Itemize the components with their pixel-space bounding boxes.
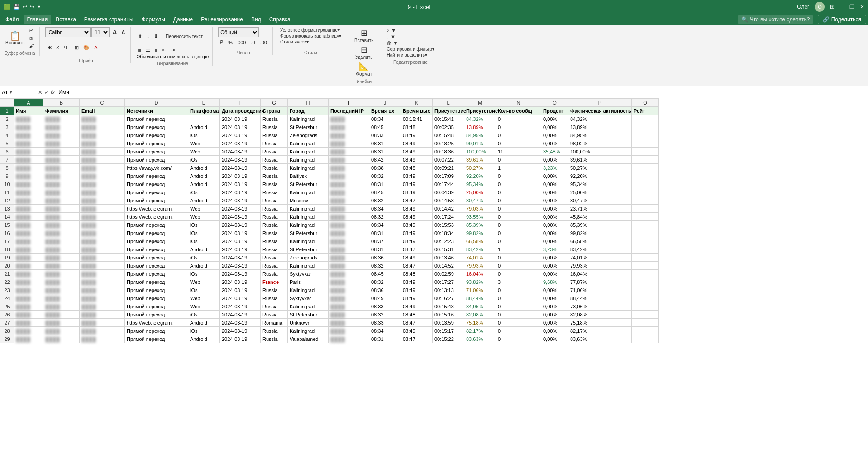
cell-F4[interactable]: 2024-03-19 [220,131,261,139]
cell-J22[interactable]: 08:32 [369,278,401,286]
cell-B7[interactable]: ▓▓▓▓ [43,156,80,164]
cell-I9[interactable]: ▓▓▓▓ [329,172,369,180]
row-header-4[interactable]: 4 [0,131,14,139]
cell-J14[interactable]: 08:32 [369,213,401,221]
cell-J26[interactable]: 08:32 [369,311,401,319]
cell-C12[interactable]: ▓▓▓▓ [80,196,125,205]
cell-G14[interactable]: Russia [261,213,288,221]
cell-P25[interactable]: 73,06% [568,302,632,311]
cell-D23[interactable]: Прямой переход [125,286,188,294]
cell-I24[interactable]: ▓▓▓▓ [329,294,369,302]
cell-P15[interactable]: 85,39% [568,221,632,229]
cell-I23[interactable]: ▓▓▓▓ [329,286,369,294]
row-header-10[interactable]: 10 [0,180,14,188]
cell-N14[interactable]: 0 [496,213,541,221]
cell-L9[interactable]: 00:17:09 [433,172,464,180]
cell-C16[interactable]: ▓▓▓▓ [80,229,125,237]
cell-D27[interactable]: https://web.telegram. [125,319,188,327]
cell-Q14[interactable] [632,213,659,221]
cell-L11[interactable]: 00:04:39 [433,188,464,196]
cell-D4[interactable]: Прямой переход [125,131,188,139]
cell-styles-button[interactable]: Стили ячеек▾ [278,39,343,45]
cell-G4[interactable]: Russia [261,131,288,139]
cell-P28[interactable]: 82,17% [568,327,632,335]
cell-C11[interactable]: ▓▓▓▓ [80,188,125,196]
header-cell-G[interactable]: Страна [261,107,288,115]
cell-B22[interactable]: ▓▓▓▓ [43,278,80,286]
cell-B6[interactable]: ▓▓▓▓ [43,148,80,156]
cell-D16[interactable]: Прямой переход [125,229,188,237]
header-cell-P[interactable]: Фактическая активность [568,107,632,115]
cell-I16[interactable]: ▓▓▓▓ [329,229,369,237]
decrease-indent-button[interactable]: ⇤ [160,47,168,53]
cell-M5[interactable]: 99,01% [464,139,496,148]
quick-access-dropdown[interactable]: ▼ [37,5,41,9]
cell-O8[interactable]: 3,23% [541,164,568,172]
cell-E16[interactable]: iOs [188,229,220,237]
cell-I12[interactable]: ▓▓▓▓ [329,196,369,205]
cell-C18[interactable]: ▓▓▓▓ [80,245,125,254]
fill-color-button[interactable]: 🎨 [81,44,91,51]
cell-P21[interactable]: 16,04% [568,270,632,278]
cell-B27[interactable]: ▓▓▓▓ [43,319,80,327]
cell-H18[interactable]: St Petersbur [288,245,329,254]
cell-I14[interactable]: ▓▓▓▓ [329,213,369,221]
cell-L13[interactable]: 00:14:42 [433,205,464,213]
row-header-23[interactable]: 23 [0,286,14,294]
cell-F29[interactable]: 2024-03-19 [220,335,261,343]
header-cell-E[interactable]: Платформа [188,107,220,115]
cell-M21[interactable]: 16,04% [464,270,496,278]
cell-G25[interactable]: Russia [261,302,288,311]
save-icon[interactable]: 💾 [13,4,20,10]
cell-E6[interactable]: Web [188,148,220,156]
cell-I19[interactable]: ▓▓▓▓ [329,254,369,262]
cell-J21[interactable]: 08:45 [369,270,401,278]
row-header-19[interactable]: 19 [0,254,14,262]
cell-F2[interactable]: 2024-03-19 [220,115,261,123]
cell-O20[interactable]: 0,00% [541,262,568,270]
header-cell-D[interactable]: Источники [125,107,188,115]
cell-N13[interactable]: 0 [496,205,541,213]
header-cell-O[interactable]: Процент [541,107,568,115]
cell-N5[interactable]: 0 [496,139,541,148]
cell-D25[interactable]: Прямой переход [125,302,188,311]
window-layout-icon[interactable]: ⊞ [830,4,835,10]
cell-L21[interactable]: 00:02:59 [433,270,464,278]
cell-J13[interactable]: 08:34 [369,205,401,213]
cell-E13[interactable]: Web [188,205,220,213]
cell-A23[interactable]: ▓▓▓▓ [14,286,43,294]
cell-C13[interactable]: ▓▓▓▓ [80,205,125,213]
col-header-J[interactable]: J [369,99,401,107]
cell-K15[interactable]: 08:49 [401,221,433,229]
cell-H22[interactable]: Paris [288,278,329,286]
cell-J9[interactable]: 08:32 [369,172,401,180]
cell-A5[interactable]: ▓▓▓▓ [14,139,43,148]
cell-F5[interactable]: 2024-03-19 [220,139,261,148]
autosum-button[interactable]: Σ ▼ [385,27,436,34]
cell-P22[interactable]: 77,87% [568,278,632,286]
cell-O24[interactable]: 0,00% [541,294,568,302]
align-center-button[interactable]: ☰ [144,47,152,53]
cell-F13[interactable]: 2024-03-19 [220,205,261,213]
cell-D7[interactable]: Прямой переход [125,156,188,164]
cell-M4[interactable]: 84,95% [464,131,496,139]
number-format-select[interactable]: Общий [218,27,259,37]
cell-H25[interactable]: Kaliningrad [288,302,329,311]
cell-D14[interactable]: https://web.telegram. [125,213,188,221]
cell-H11[interactable]: Kaliningrad [288,188,329,196]
confirm-formula-icon[interactable]: ✓ [44,89,49,96]
cell-G29[interactable]: Russia [261,335,288,343]
cell-F27[interactable]: 2024-03-19 [220,319,261,327]
cell-D2[interactable]: Прямой переход [125,115,188,123]
cell-I15[interactable]: ▓▓▓▓ [329,221,369,229]
cell-M27[interactable]: 75,18% [464,319,496,327]
sort-filter-button[interactable]: Сортировка и фильтр▾ [385,46,436,52]
cell-C26[interactable]: ▓▓▓▓ [80,311,125,319]
cell-B25[interactable]: ▓▓▓▓ [43,302,80,311]
cell-L26[interactable]: 00:15:16 [433,311,464,319]
format-cells-button[interactable]: 📐 Формат [353,61,375,77]
redo-icon[interactable]: ↪ [30,4,34,10]
cell-D19[interactable]: Прямой переход [125,254,188,262]
cell-J27[interactable]: 08:33 [369,319,401,327]
cell-P12[interactable]: 80,47% [568,196,632,205]
